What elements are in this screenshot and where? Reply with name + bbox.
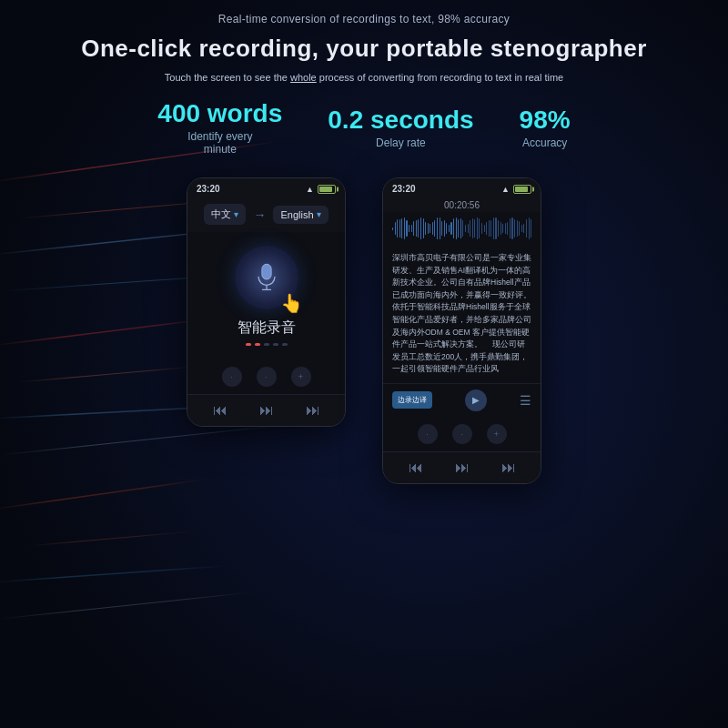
lang-to-dropdown-icon: ▾	[317, 209, 321, 219]
phone-1: 23:20 ▲ 中文 ▾ → Eng	[187, 177, 346, 427]
waveform-bar	[484, 225, 485, 232]
waveform-bar	[458, 219, 459, 237]
nav-dot-2: ·	[257, 367, 277, 387]
waveform-bar	[411, 225, 412, 233]
skip-forward-icon[interactable]: ⏭	[306, 402, 320, 419]
waveform-bar	[514, 219, 515, 238]
waveform-bar	[493, 217, 494, 239]
touch-hand-icon: 👆	[280, 292, 303, 314]
waveform-bar	[406, 220, 407, 237]
waveform-bar	[526, 219, 527, 238]
waveform-bar	[507, 222, 508, 236]
waveform-bar	[397, 219, 398, 238]
waveform-bar	[523, 224, 524, 233]
bottom-dots: · · +	[187, 359, 345, 394]
sub-tagline: Touch the screen to see the whole proces…	[165, 72, 563, 83]
play-button[interactable]: ▶	[465, 389, 487, 411]
phone-2-time: 23:20	[392, 184, 416, 194]
stat-delay-label: Delay rate	[376, 136, 426, 149]
svg-rect-0	[261, 264, 270, 279]
sub-tagline-prefix: Touch the screen to see the	[165, 72, 288, 83]
lang-to-button[interactable]: English ▾	[273, 206, 328, 224]
waveform-bar	[462, 220, 463, 236]
dot-2	[255, 343, 260, 346]
nav-dot-3: +	[291, 367, 311, 387]
waveform	[392, 217, 531, 239]
recording-dots	[246, 343, 288, 346]
phone-1-time: 23:20	[197, 184, 220, 194]
waveform-bar	[465, 225, 466, 232]
mic-visual[interactable]: 👆	[235, 246, 298, 309]
record-translate-button[interactable]: 边录边译	[392, 391, 432, 409]
mic-icon	[252, 263, 281, 292]
waveform-bar	[437, 217, 438, 239]
rewind-icon-2[interactable]: ⏮	[409, 460, 423, 476]
stat-accuracy-value: 98%	[520, 106, 571, 135]
waveform-bar	[423, 218, 424, 238]
waveform-bar	[425, 222, 426, 234]
nav-dot-p2-3: +	[487, 424, 507, 444]
phone-2-screen: 23:20 ▲ 00:20:56	[383, 178, 541, 451]
waveform-bar	[521, 225, 522, 231]
main-headline: One-click recording, your portable steno…	[81, 35, 647, 63]
waveform-bar	[453, 218, 454, 238]
waveform-bar	[472, 218, 473, 238]
waveform-bar	[430, 224, 430, 234]
waveform-bar	[395, 222, 396, 235]
stat-accuracy: 98% Accuracy	[520, 106, 571, 149]
waveform-bar	[440, 217, 440, 238]
rewind-icon[interactable]: ⏮	[213, 402, 228, 419]
waveform-bar	[441, 221, 442, 237]
waveform-bar	[413, 221, 414, 236]
waveform-bar	[418, 219, 419, 238]
stat-delay-value: 0.2 seconds	[328, 106, 473, 135]
waveform-bar	[401, 218, 402, 238]
waveform-bar	[510, 218, 511, 239]
nav-dot-p2-1: ·	[418, 424, 438, 444]
phone-2-status-bar: 23:20 ▲	[383, 178, 541, 197]
phone-2-bottom-dots: · · +	[383, 417, 541, 451]
waveform-bar	[479, 218, 480, 238]
waveform-bar	[460, 218, 461, 238]
wifi-icon-2: ▲	[501, 185, 510, 194]
waveform-bar	[392, 228, 393, 230]
waveform-bar	[490, 220, 491, 237]
lang-from-button[interactable]: 中文 ▾	[204, 204, 246, 225]
waveform-bar	[444, 220, 445, 236]
stat-accuracy-label: Accuracy	[522, 136, 567, 149]
waveform-bar	[416, 220, 417, 237]
playback-controls[interactable]: 边录边译 ▶ ☰	[383, 383, 541, 417]
list-icon[interactable]: ☰	[520, 393, 531, 408]
lang-from-label: 中文	[211, 207, 231, 221]
stat-delay: 0.2 seconds Delay rate	[328, 106, 473, 149]
skip-forward-icon-2[interactable]: ⏭	[501, 460, 516, 476]
nav-dot-p2-2: ·	[452, 424, 472, 444]
transcript-area: 深圳市高贝电子有限公司是一家专业集研发、生产及销售AI翻译机为一体的高新技术企业…	[383, 245, 541, 383]
stats-row: 400 words Identify everyminute 0.2 secon…	[157, 99, 570, 156]
battery-icon	[318, 185, 336, 194]
battery-fill-2	[515, 187, 528, 192]
fast-forward-icon-2[interactable]: ⏭	[455, 460, 470, 476]
waveform-bar	[481, 223, 482, 235]
translation-bar[interactable]: 中文 ▾ → English ▾	[187, 197, 345, 232]
waveform-bar	[489, 220, 490, 237]
waveform-bar	[432, 222, 433, 234]
stat-words: 400 words Identify everyminute	[157, 99, 282, 156]
waveform-bar	[449, 225, 450, 232]
dot-1	[246, 343, 251, 346]
waveform-bar	[486, 222, 487, 235]
waveform-bar	[470, 220, 470, 237]
waveform-bar	[456, 217, 457, 238]
recording-label: 智能录音	[238, 318, 296, 338]
fast-forward-icon[interactable]: ⏭	[259, 402, 274, 419]
phone-1-screen: 23:20 ▲ 中文 ▾ → Eng	[187, 178, 345, 394]
phone-2-nav-bar[interactable]: ⏮ ⏭ ⏭	[383, 451, 541, 483]
phone-1-nav-bar[interactable]: ⏮ ⏭ ⏭	[187, 394, 345, 426]
transcript-text: 深圳市高贝电子有限公司是一家专业集研发、生产及销售AI翻译机为一体的高新技术企业…	[392, 252, 531, 376]
mic-area: 👆 智能录音	[187, 232, 345, 359]
waveform-bar	[511, 217, 512, 240]
waveform-bar	[446, 223, 447, 234]
devices-row: 23:20 ▲ 中文 ▾ → Eng	[187, 177, 541, 484]
playback-header: 00:20:56	[383, 197, 541, 212]
waveform-bar	[420, 217, 421, 240]
